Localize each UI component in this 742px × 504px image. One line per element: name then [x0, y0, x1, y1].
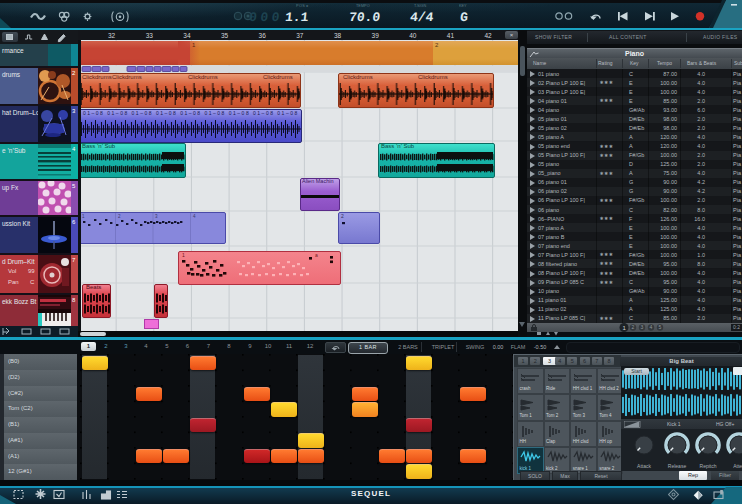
svg-text:a: a — [315, 252, 318, 258]
svg-text:Release: Release — [668, 463, 687, 469]
svg-text:4: 4 — [650, 324, 653, 330]
svg-text:5: 5 — [659, 324, 662, 330]
svg-text:Atten: Atten — [733, 463, 742, 469]
svg-text:2: 2 — [632, 324, 635, 330]
svg-text:1: 1 — [82, 214, 85, 219]
svg-text:3: 3 — [155, 214, 158, 219]
svg-text:1: 1 — [182, 252, 185, 258]
svg-text:Repitch: Repitch — [700, 463, 717, 469]
svg-text:2: 2 — [118, 214, 121, 219]
svg-text:3: 3 — [641, 324, 644, 330]
svg-text:4: 4 — [193, 214, 196, 219]
svg-text:Attack: Attack — [637, 463, 651, 469]
